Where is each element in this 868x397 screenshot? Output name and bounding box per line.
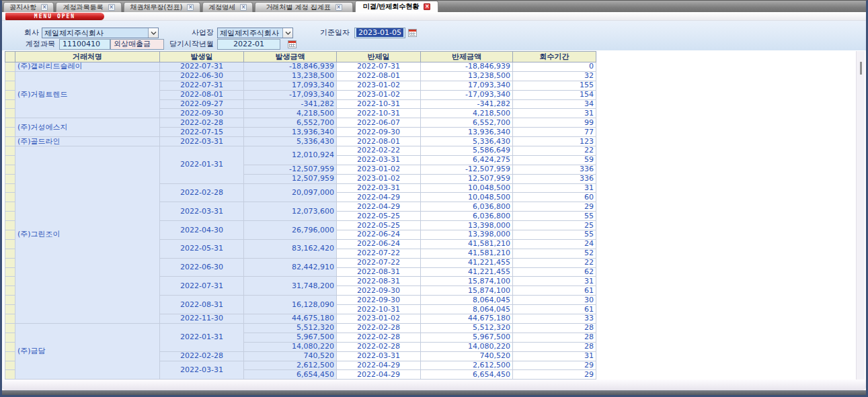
row-selector-cell[interactable] <box>5 71 15 81</box>
rep-date-cell[interactable]: 2022-06-07 <box>337 118 421 128</box>
row-selector-cell[interactable] <box>5 81 15 90</box>
occ-amount-cell[interactable]: 26,796,000 <box>244 221 337 240</box>
days-cell[interactable]: 154 <box>513 90 596 99</box>
rep-date-cell[interactable]: 2022-04-29 <box>337 370 421 380</box>
rep-amount-cell[interactable]: 13,398,000 <box>421 221 513 230</box>
days-cell[interactable]: 55 <box>513 230 596 240</box>
occ-amount-cell[interactable]: 82,442,910 <box>244 258 337 277</box>
rep-amount-cell[interactable]: -17,093,340 <box>421 90 513 99</box>
rep-date-cell[interactable]: 2022-08-31 <box>337 277 421 286</box>
occ-amount-cell[interactable]: 5,967,500 <box>244 333 337 342</box>
occ-date-cell[interactable]: 2022-03-31 <box>160 202 244 221</box>
account-name-field[interactable]: 외상매출금 <box>110 39 164 50</box>
calendar-icon[interactable] <box>288 40 297 48</box>
row-selector-cell[interactable] <box>5 305 15 314</box>
row-selector-cell[interactable] <box>5 221 15 230</box>
occ-amount-cell[interactable]: 17,093,340 <box>244 81 337 90</box>
occ-amount-cell[interactable]: 740,520 <box>244 351 337 361</box>
menu-open-button[interactable]: MENU OPEN <box>5 13 104 20</box>
rep-amount-cell[interactable]: 41,581,210 <box>421 249 513 258</box>
row-selector-cell[interactable] <box>5 99 15 109</box>
vertical-scrollbar[interactable] <box>856 51 865 380</box>
occ-date-cell[interactable]: 2022-02-28 <box>160 183 244 202</box>
customer-cell[interactable]: (주)금담 <box>15 323 160 379</box>
rep-amount-cell[interactable]: 740,520 <box>421 351 513 361</box>
rep-amount-cell[interactable]: 41,221,455 <box>421 267 513 277</box>
close-icon[interactable]: × <box>336 4 342 11</box>
rep-date-cell[interactable]: 2022-05-25 <box>337 212 421 221</box>
rep-date-cell[interactable]: 2022-03-31 <box>337 155 421 165</box>
rep-date-cell[interactable]: 2022-09-30 <box>337 128 421 137</box>
days-cell[interactable]: 29 <box>513 202 596 212</box>
occ-date-cell[interactable]: 2022-02-28 <box>160 118 244 128</box>
occ-amount-cell[interactable]: 44,675,180 <box>244 314 337 324</box>
days-cell[interactable]: 336 <box>513 165 596 174</box>
rep-date-cell[interactable]: 2022-08-31 <box>337 267 421 277</box>
occ-amount-cell[interactable]: -12,507,959 <box>244 165 337 174</box>
row-selector-cell[interactable] <box>5 118 15 128</box>
customer-cell[interactable]: (주)거성에스지 <box>15 118 160 137</box>
close-icon[interactable]: × <box>108 4 115 11</box>
days-cell[interactable]: 52 <box>513 249 596 258</box>
rep-amount-cell[interactable]: 12,507,959 <box>421 174 513 183</box>
days-cell[interactable]: 60 <box>513 193 596 202</box>
row-selector-cell[interactable] <box>5 202 15 212</box>
tab-3[interactable]: 계정명세× <box>202 2 253 12</box>
occ-amount-cell[interactable]: 13,936,340 <box>244 128 337 137</box>
row-selector-cell[interactable] <box>5 212 15 221</box>
rep-amount-cell[interactable]: 6,036,800 <box>421 202 513 212</box>
occ-date-cell[interactable]: 2022-03-31 <box>160 137 244 146</box>
days-cell[interactable]: 61 <box>513 286 596 296</box>
occ-amount-cell[interactable]: 6,552,700 <box>244 118 337 128</box>
row-selector-cell[interactable] <box>5 286 15 296</box>
rep-date-cell[interactable]: 2022-03-31 <box>337 183 421 193</box>
rep-amount-cell[interactable]: 13,238,500 <box>421 71 513 81</box>
rep-date-cell[interactable]: 2022-06-24 <box>337 239 421 249</box>
customer-cell[interactable]: (주)그린조이 <box>15 146 160 324</box>
tab-4[interactable]: 거래처별 계정 집계표× <box>255 2 353 12</box>
rep-date-cell[interactable]: 2022-07-22 <box>337 249 421 258</box>
row-selector-cell[interactable] <box>5 370 15 380</box>
days-cell[interactable]: 77 <box>513 128 596 137</box>
rep-date-cell[interactable]: 2023-01-02 <box>337 90 421 99</box>
occ-amount-cell[interactable]: 12,073,600 <box>244 202 337 221</box>
close-icon[interactable]: × <box>41 4 48 11</box>
days-cell[interactable]: 28 <box>513 323 596 333</box>
rep-amount-cell[interactable]: 17,093,340 <box>421 81 513 90</box>
rep-date-cell[interactable]: 2022-03-31 <box>337 351 421 361</box>
horizontal-scrollbar[interactable] <box>2 380 866 390</box>
rep-date-cell[interactable]: 2023-01-02 <box>337 314 421 324</box>
occ-amount-cell[interactable]: 6,654,450 <box>244 370 337 380</box>
rep-amount-cell[interactable]: 4,218,500 <box>421 109 513 118</box>
occ-date-cell[interactable]: 2022-09-27 <box>160 99 244 109</box>
rep-amount-cell[interactable]: 6,424,275 <box>421 155 513 165</box>
days-cell[interactable]: 34 <box>513 99 596 109</box>
days-cell[interactable]: 22 <box>513 258 596 267</box>
row-selector-cell[interactable] <box>5 146 15 156</box>
row-selector-cell[interactable] <box>5 361 15 370</box>
rep-date-cell[interactable]: 2022-04-29 <box>337 193 421 202</box>
rep-amount-cell[interactable]: 2,612,500 <box>421 361 513 370</box>
row-selector-cell[interactable] <box>5 183 15 193</box>
rep-amount-cell[interactable]: -341,282 <box>421 99 513 109</box>
occ-date-cell[interactable]: 2022-06-30 <box>160 258 244 277</box>
days-cell[interactable]: 28 <box>513 342 596 351</box>
occ-amount-cell[interactable]: 5,512,320 <box>244 323 337 333</box>
row-selector-cell[interactable] <box>5 239 15 249</box>
rep-amount-cell[interactable]: 5,586,649 <box>421 146 513 156</box>
rep-date-cell[interactable]: 2023-01-02 <box>337 81 421 90</box>
rep-date-cell[interactable]: 2022-09-30 <box>337 296 421 305</box>
occ-date-cell[interactable]: 2022-02-28 <box>160 351 244 361</box>
rep-amount-cell[interactable]: 5,336,430 <box>421 137 513 146</box>
occ-amount-cell[interactable]: 4,218,500 <box>244 109 337 118</box>
rep-amount-cell[interactable]: 44,675,180 <box>421 314 513 324</box>
tab-2[interactable]: 채권채무장(전표)× <box>124 2 200 12</box>
occ-amount-cell[interactable]: 14,080,220 <box>244 342 337 351</box>
row-selector-cell[interactable] <box>5 137 15 146</box>
row-selector-cell[interactable] <box>5 230 15 240</box>
days-cell[interactable]: 62 <box>513 267 596 277</box>
calendar-icon[interactable] <box>408 29 417 37</box>
occ-amount-cell[interactable]: 13,238,500 <box>244 71 337 81</box>
occ-amount-cell[interactable]: 12,507,959 <box>244 174 337 183</box>
rep-amount-cell[interactable]: -18,846,939 <box>421 62 513 72</box>
